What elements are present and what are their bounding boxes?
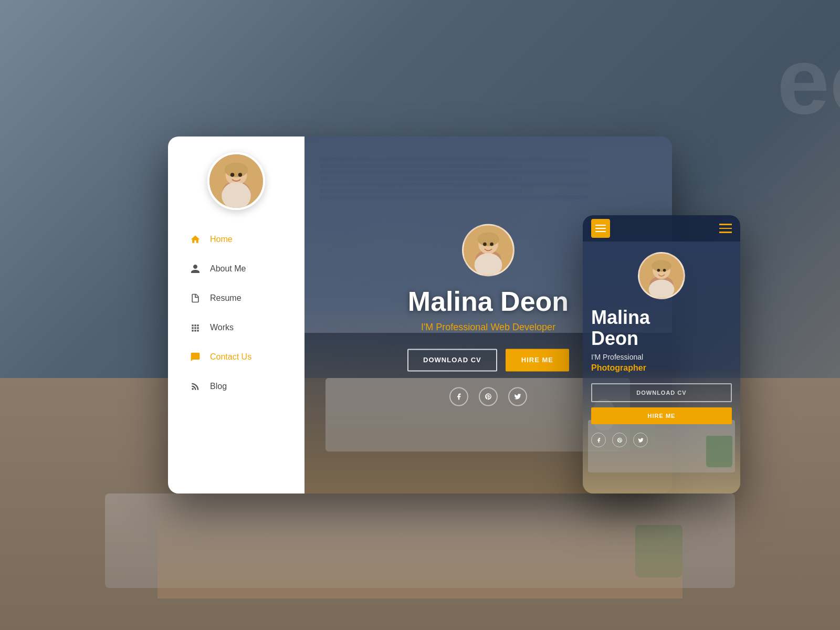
hero-avatar-image [464,225,513,275]
mobile-header [583,215,740,242]
mobile-download-cv-button[interactable]: DOWNLOAD CV [591,383,732,402]
nav-line [719,224,732,225]
screen-line [320,164,522,168]
resume-label: Resume [210,293,242,303]
mobile-avatar-image [639,254,684,298]
mobile-content: Malina Deon I'M Professional Photographe… [583,242,740,494]
mobile-subtitle: I'M Professional [591,353,732,361]
mobile-nav-toggle[interactable] [719,224,732,233]
menu-line [595,228,606,229]
svg-point-5 [238,173,242,176]
resume-icon [189,292,202,304]
blog-label: Blog [210,382,227,391]
mobile-facebook-icon[interactable] [591,433,606,447]
svg-point-18 [657,269,660,272]
works-icon [189,321,202,334]
twitter-icon[interactable] [508,387,527,406]
works-label: Works [210,323,234,332]
svg-point-10 [477,233,499,246]
sidebar-item-works[interactable]: Works [178,314,294,341]
mobile-name-line1: Malina [591,307,650,328]
home-label: Home [210,235,233,244]
menu-line [595,225,606,226]
svg-point-11 [483,243,487,246]
sidebar-item-about[interactable]: About Me [178,255,294,282]
download-cv-button[interactable]: DOWNLOAD CV [407,349,497,372]
blog-icon [189,380,202,393]
mobile-hero: Malina Deon I'M Professional Photographe… [583,242,740,458]
sidebar-nav: Home About Me [168,226,304,402]
mobile-hero-name: Malina Deon [591,307,732,349]
mobile-menu-button[interactable] [591,219,610,238]
hero-subtitle-prefix: I'M Professional [421,322,488,333]
screen-line [320,189,522,193]
menu-line [595,231,606,232]
mobile-mockup: Malina Deon I'M Professional Photographe… [583,215,740,494]
pinterest-icon[interactable] [479,387,498,406]
sidebar-avatar-image [209,154,263,208]
main-wrapper: eon [0,0,840,630]
mobile-buttons: DOWNLOAD CV HIRE ME [591,383,732,424]
sidebar-item-blog[interactable]: Blog [178,373,294,400]
screen-line [320,176,522,181]
background-text: eon [777,26,840,135]
nav-line [719,232,732,233]
sidebar: Home About Me [168,136,304,494]
about-icon [189,262,202,275]
mobile-role: Photographer [591,363,732,373]
mobile-avatar [638,252,685,299]
mobile-social-icons [591,433,732,447]
mobile-twitter-icon[interactable] [633,433,648,447]
hero-role: Web Developer [490,322,555,333]
facebook-icon[interactable] [449,387,468,406]
mobile-pinterest-icon[interactable] [612,433,627,447]
screen-line [320,158,589,162]
hero-avatar [462,224,514,276]
sidebar-item-contact[interactable]: Contact Us [178,343,294,371]
svg-point-19 [663,269,666,272]
about-label: About Me [210,264,246,274]
sidebar-item-resume[interactable]: Resume [178,285,294,312]
sidebar-avatar [207,152,265,210]
mobile-hire-me-button[interactable]: HIRE ME [591,407,732,424]
screen-line [320,183,589,187]
mobile-name-line2: Deon [591,328,638,349]
contact-icon [189,351,202,363]
hire-me-button[interactable]: HIRE ME [506,349,569,372]
sidebar-item-home[interactable]: Home [178,226,294,253]
cards-wrapper: Home About Me [168,136,672,494]
contact-label: Contact Us [210,352,251,362]
home-icon [189,233,202,246]
nav-line [719,228,732,229]
svg-point-17 [652,260,671,271]
svg-point-4 [230,173,234,176]
svg-point-3 [225,163,248,177]
screen-line [320,170,589,174]
svg-point-12 [490,243,494,246]
screen-line [320,195,589,200]
